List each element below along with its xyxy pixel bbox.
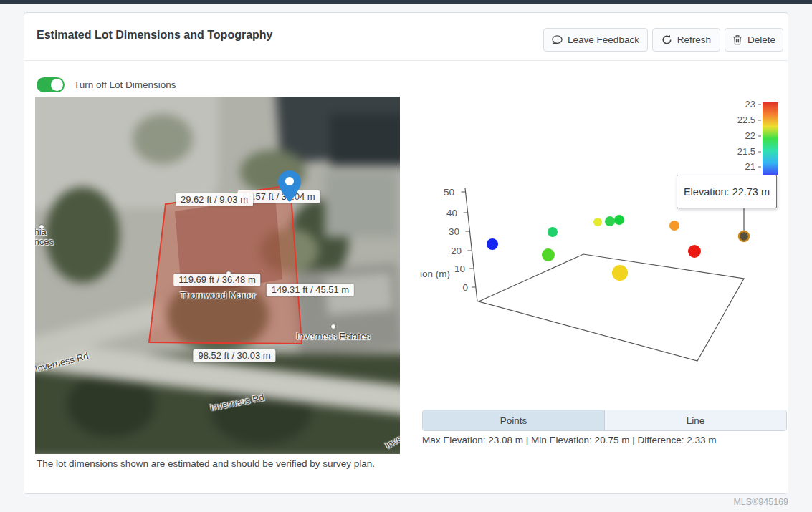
leave-feedback-button[interactable]: Leave Feedback xyxy=(543,28,648,52)
delete-button[interactable]: Delete xyxy=(725,28,783,52)
elevation-point[interactable] xyxy=(614,215,624,225)
colorbar-tick-label: 21.5 xyxy=(737,146,755,157)
chart-mode-tabs: Points Line xyxy=(422,410,787,431)
card-header: Estimated Lot Dimensions and Topography … xyxy=(24,13,788,61)
lot-dimension-label: 98.52 ft / 30.03 m xyxy=(193,349,275,362)
trash-icon xyxy=(732,34,742,45)
map-pin-icon[interactable] xyxy=(272,165,307,206)
leave-feedback-label: Leave Feedback xyxy=(568,34,639,45)
lot-dimensions-toggle-row: Turn off Lot Dimensions xyxy=(37,76,176,93)
page-title: Estimated Lot Dimensions and Topography xyxy=(37,29,273,42)
lot-dimensions-card: Estimated Lot Dimensions and Topography … xyxy=(24,12,788,494)
z-axis-tick-label: 30 xyxy=(449,226,459,237)
speech-bubble-icon xyxy=(552,34,563,45)
refresh-icon xyxy=(661,34,672,45)
lot-dimensions-toggle[interactable] xyxy=(37,77,65,92)
elevation-point[interactable] xyxy=(605,216,615,226)
disclaimer-text: The lot dimensions shown are estimated a… xyxy=(37,456,393,471)
map-label-thornwood-manor: Thornwood Manor xyxy=(180,290,256,301)
tab-points[interactable]: Points xyxy=(423,410,605,430)
colorbar-tick-label: 23 xyxy=(745,99,755,110)
colorbar-tick-label: 22.5 xyxy=(737,115,755,125)
elevation-point[interactable] xyxy=(612,265,628,281)
map-label-inverness-estates: Inverness Estates xyxy=(296,331,370,342)
elevation-point-hovered[interactable] xyxy=(739,231,749,241)
elevation-point[interactable] xyxy=(542,248,555,261)
z-axis-tick-label: 10 xyxy=(454,264,465,274)
z-axis-tick-label: 20 xyxy=(451,246,462,256)
lot-dimension-label: 29.62 ft / 9.03 m xyxy=(176,193,253,206)
refresh-button[interactable]: Refresh xyxy=(652,28,720,52)
tab-line[interactable]: Line xyxy=(605,410,786,430)
lot-dimension-label: 149.31 ft / 45.51 m xyxy=(267,284,354,296)
poi-dot xyxy=(331,324,336,329)
elevation-point[interactable] xyxy=(548,227,558,237)
toggle-knob xyxy=(51,79,63,91)
top-navigation-bar xyxy=(0,0,812,4)
elevation-stats: Max Elevation: 23.08 m | Min Elevation: … xyxy=(422,435,716,445)
lot-dimensions-toggle-label: Turn off Lot Dimensions xyxy=(74,79,176,90)
refresh-label: Refresh xyxy=(677,34,711,45)
colorbar xyxy=(763,102,778,175)
elevation-point[interactable] xyxy=(688,245,701,258)
map-label-clipped-residences: ophia dences xyxy=(35,227,54,247)
z-axis-tick-label: 50 xyxy=(444,187,454,198)
z-axis-tick-label: 0 xyxy=(462,282,468,293)
z-axis-tick-label: 40 xyxy=(446,208,457,218)
elevation-tooltip: Elevation: 22.73 m xyxy=(677,175,777,208)
lot-dimension-label: 119.69 ft / 36.48 m xyxy=(173,274,260,286)
colorbar-tick-label: 22 xyxy=(745,130,755,141)
topography-chart: 2322.52221.521Elevation (m)50403020100io… xyxy=(409,94,800,409)
mls-number: MLS®945169 xyxy=(733,497,788,507)
plot-floor xyxy=(479,254,744,361)
elevation-point[interactable] xyxy=(487,238,498,250)
colorbar-tick-label: 21 xyxy=(745,161,755,172)
lot-boundary-polygon[interactable] xyxy=(149,185,302,344)
elevation-point[interactable] xyxy=(593,218,602,226)
elevation-point[interactable] xyxy=(669,221,679,231)
satellite-map[interactable]: 98.57 ft / 30.04 m 29.62 ft / 9.03 m 119… xyxy=(35,97,400,454)
z-axis-label: ion (m) xyxy=(420,269,450,279)
delete-label: Delete xyxy=(747,34,775,45)
